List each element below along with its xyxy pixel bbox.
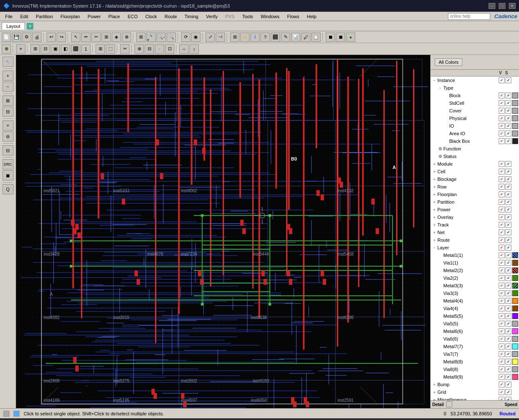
tree-item-physical[interactable]: Physical✓✓ [431,115,519,122]
sel-check-physical[interactable]: ✓ [505,115,511,121]
tb-zoom-out[interactable]: 🔍- [157,33,166,42]
vis-check-power[interactable]: ✓ [499,207,505,213]
sel-check-miscellaneous[interactable]: ✓ [505,397,511,400]
menu-windows[interactable]: Windows [257,13,283,20]
vis-check-metal5[interactable]: ✓ [499,313,505,319]
sel-check-via2[interactable]: ✓ [505,275,511,281]
tb2-b4[interactable]: ⊟ [41,44,50,54]
vis-check-via1[interactable]: ✓ [499,260,505,266]
vis-check-bump[interactable]: ✓ [499,382,505,387]
tb2-b13[interactable]: ⊟ [145,44,154,54]
vis-check-net[interactable]: ✓ [499,229,505,235]
tb-zoom-in[interactable]: 🔍+ [146,33,156,42]
tree-item-route[interactable]: +Route✓✓ [431,236,519,244]
minimize-button[interactable]: ─ [489,3,495,9]
tree-item-stdcell[interactable]: StdCell✓✓ [431,99,519,107]
tb2-b5[interactable]: ▣ [51,44,60,54]
tree-toggle-power[interactable]: + [431,207,437,212]
sel-check-layer[interactable]: ✓ [505,245,511,251]
vis-check-io[interactable]: ✓ [499,123,505,129]
sel-check-bump[interactable]: ✓ [505,382,511,387]
sel-check-metal6[interactable]: ✓ [505,328,511,334]
sel-check-block[interactable]: ✓ [505,93,511,98]
sel-check-overlay[interactable]: ✓ [505,214,511,220]
layout-canvas[interactable] [16,55,430,408]
sel-check-cover[interactable]: ✓ [505,108,511,114]
tree-item-via1[interactable]: Via1(1)✓✓ [431,259,519,267]
tree-toggle-grid[interactable]: + [431,390,437,395]
tb2-b12[interactable]: ⊕ [135,44,144,54]
tree-item-via6[interactable]: Via6(6)✓✓ [431,335,519,343]
add-tab-button[interactable]: + [27,23,33,30]
canvas-element[interactable] [16,55,430,408]
tree-item-via5[interactable]: Via5(5)✓✓ [431,320,519,327]
tb-new[interactable]: 📄 [2,33,11,42]
lt-b6[interactable]: ⊜ [3,131,14,142]
tb-select[interactable]: ↖ [71,33,80,42]
tb-b2[interactable]: ◈ [112,33,121,42]
vis-check-miscellaneous[interactable]: ✓ [499,397,505,400]
menu-partition[interactable]: Partition [33,13,56,20]
tree-toggle-route[interactable]: + [431,238,437,243]
tree-item-grid[interactable]: +Grid✓✓ [431,388,519,396]
lt-b7[interactable]: ⊟ [3,145,14,155]
lt-b2[interactable]: − [3,82,14,92]
menu-place[interactable]: Place [105,13,124,20]
tb-b6[interactable]: ⊣ [216,33,225,42]
tb-info[interactable]: ℹ [250,33,260,42]
menu-timing[interactable]: Timing [181,13,202,20]
vis-check-via4[interactable]: ✓ [499,305,505,311]
menu-help[interactable]: Help [304,13,320,20]
tb2-b11[interactable]: ✂ [120,44,129,54]
maximize-button[interactable]: □ [499,3,505,9]
tb-cut[interactable]: ✂ [91,33,101,42]
tb-b9[interactable]: ✎ [281,33,290,42]
tree-toggle-floorplan[interactable]: + [431,192,437,197]
tree-toggle-status[interactable] [437,154,443,158]
tb-undo[interactable]: ↩ [47,33,56,42]
vis-check-block[interactable]: ✓ [499,93,505,98]
sel-check-black_box[interactable]: ✓ [505,138,511,144]
tb2-b3[interactable]: ⊞ [30,44,40,54]
tree-item-black_box[interactable]: Black Box✓✓ [431,137,519,145]
vis-check-blockage[interactable]: ✓ [499,176,505,182]
tb-redo[interactable]: ↪ [57,33,66,42]
vis-check-stdcell[interactable]: ✓ [499,100,505,106]
sel-check-metal3[interactable]: ✓ [505,283,511,289]
lt-b4[interactable]: ⊟ [3,106,14,117]
sel-check-cell[interactable]: ✓ [505,169,511,175]
vis-check-via3[interactable]: ✓ [499,290,505,296]
vis-check-metal4[interactable]: ✓ [499,298,505,304]
tree-toggle-net[interactable]: + [431,230,437,235]
tb-b12[interactable]: 📋 [311,33,321,42]
tree-toggle-cell[interactable]: + [431,169,437,174]
tree-item-via2[interactable]: Via2(2)✓✓ [431,274,519,282]
sel-check-metal5[interactable]: ✓ [505,313,511,319]
vis-check-cell[interactable]: ✓ [499,169,505,175]
visibility-tree[interactable]: −Instance✓✓−TypeBlock✓✓StdCell✓✓Cover✓✓P… [431,76,519,400]
sel-check-via6[interactable]: ✓ [505,336,511,342]
vis-check-via5[interactable]: ✓ [499,321,505,327]
tree-item-via8[interactable]: Via8(8)✓✓ [431,365,519,373]
tree-item-overlay[interactable]: +Overlay✓✓ [431,213,519,221]
sel-check-metal7[interactable]: ✓ [505,344,511,349]
search-input[interactable] [448,13,490,20]
vis-check-overlay[interactable]: ✓ [499,214,505,220]
sel-check-via4[interactable]: ✓ [505,305,511,311]
tb2-b6[interactable]: ◧ [61,44,70,54]
tb2-b16[interactable]: ↕ [189,44,199,54]
vis-check-metal1[interactable]: ✓ [499,252,505,258]
tree-item-partition[interactable]: +Partition✓✓ [431,198,519,206]
vis-check-metal2[interactable]: ✓ [499,267,505,273]
tree-item-area_io[interactable]: Area IO✓✓ [431,130,519,137]
tb-b13[interactable]: ◼ [326,33,335,42]
tree-item-block[interactable]: Block✓✓ [431,92,519,99]
tree-toggle-instance[interactable]: − [431,78,437,83]
sel-check-instance[interactable]: ✓ [505,77,511,83]
lt-b8[interactable]: DRC [3,159,14,169]
vis-check-metal3[interactable]: ✓ [499,283,505,289]
vis-check-metal8[interactable]: ✓ [499,359,505,365]
tree-toggle-overlay[interactable]: + [431,215,437,220]
tree-toggle-layer[interactable]: − [431,245,437,250]
tree-toggle-partition[interactable]: + [431,200,437,205]
